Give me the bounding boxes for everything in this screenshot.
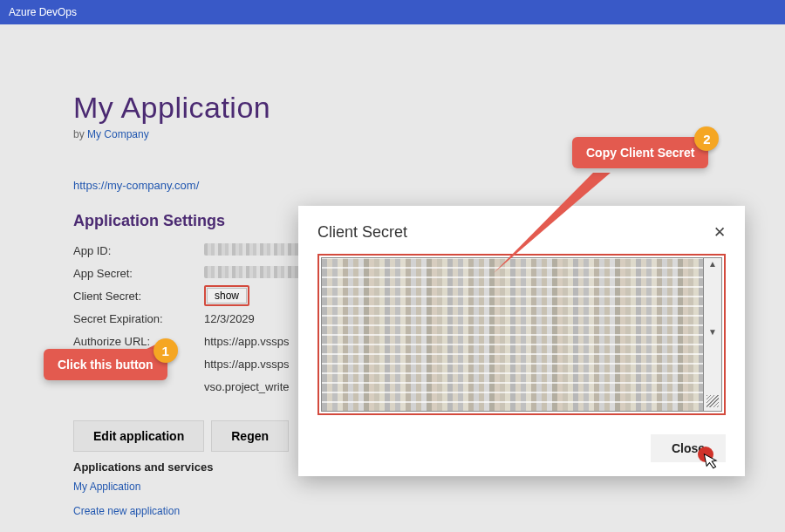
value-extra-1: https://app.vssps	[204, 358, 290, 371]
label-authorize-url: Authorize URL:	[73, 335, 204, 348]
edit-application-button[interactable]: Edit application	[73, 420, 204, 452]
secret-textarea[interactable]	[321, 257, 703, 412]
callout-click-this-button: Click this button 1	[44, 349, 167, 380]
cursor-click-indicator	[698, 447, 713, 462]
value-expiration: 12/3/2029	[204, 312, 255, 325]
regenerate-button[interactable]: Regen	[211, 420, 289, 452]
scroll-up-icon: ▲	[708, 260, 717, 269]
secret-highlight-frame: ▲ ▼	[317, 254, 726, 415]
scroll-down-icon: ▼	[708, 328, 717, 337]
secret-scrollbar[interactable]: ▲ ▼	[703, 257, 722, 412]
value-client-secret: show	[204, 285, 249, 306]
redacted-secret-content	[322, 258, 703, 411]
link-my-application[interactable]: My Application	[73, 481, 719, 493]
resize-grip-icon	[706, 395, 719, 407]
modal-footer: Close	[317, 434, 726, 462]
modal-title: Client Secret	[317, 223, 407, 242]
modal-close-button[interactable]: Close	[651, 434, 726, 462]
show-client-secret-button[interactable]: show	[207, 288, 247, 304]
modal-close-x-button[interactable]: ✕	[713, 225, 726, 240]
label-client-secret: Client Secret:	[73, 290, 204, 303]
callout-1-badge: 1	[154, 338, 178, 363]
close-icon: ✕	[713, 224, 726, 241]
by-prefix: by	[73, 128, 87, 140]
link-create-new-application[interactable]: Create new application	[73, 505, 719, 517]
site-url-link[interactable]: https://my-company.com/	[73, 179, 199, 192]
value-extra-2: vso.project_write	[204, 380, 290, 393]
label-app-secret: App Secret:	[73, 267, 204, 280]
show-button-highlight: show	[204, 285, 249, 306]
label-expiration: Secret Expiration:	[73, 312, 204, 325]
app-title: My Application	[73, 91, 719, 125]
company-link[interactable]: My Company	[87, 128, 149, 140]
label-app-id: App ID:	[73, 244, 204, 257]
callout-copy-client-secret: Copy Client Secret 2	[572, 137, 708, 168]
top-bar: Azure DevOps	[0, 0, 785, 24]
link-list: My Application Create new application	[73, 481, 719, 517]
svg-marker-0	[494, 173, 611, 273]
callout-2-pointer	[488, 170, 645, 275]
value-authorize-url: https://app.vssps	[204, 335, 290, 348]
product-name: Azure DevOps	[9, 6, 77, 18]
callout-2-text: Copy Client Secret	[586, 146, 694, 160]
callout-1-text: Click this button	[58, 358, 154, 372]
